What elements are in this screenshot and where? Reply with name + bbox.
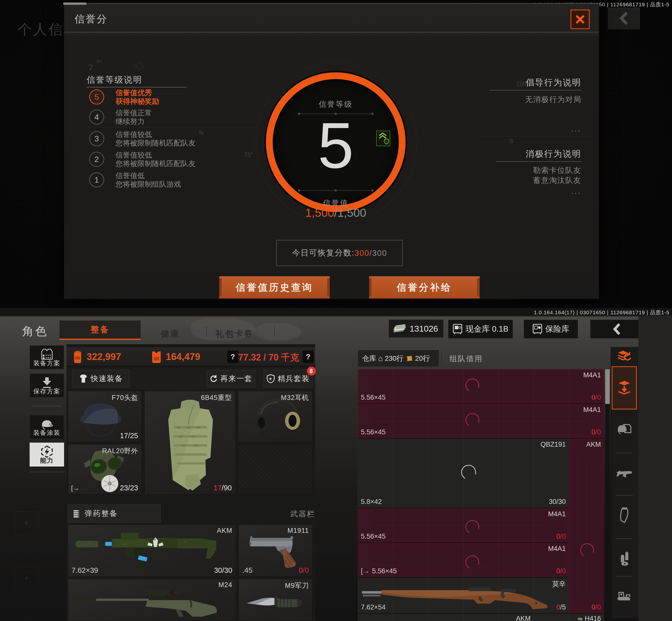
levels-underline: [87, 87, 187, 87]
sidebar-label: 能力: [30, 456, 64, 464]
credit-history-button[interactable]: 信誉值历史查询: [219, 276, 330, 298]
negative-item-2: 蓄意淘汰队友: [481, 175, 581, 185]
credit-score-screen: 1.0.164.164(17) | 03071650 | 11269681719…: [0, 0, 672, 308]
vault-button[interactable]: 保险库: [524, 320, 578, 339]
back-button[interactable]: [608, 7, 640, 29]
tab-health-label: 健康: [161, 329, 180, 338]
sidebar-label: 装备涂装: [30, 428, 64, 437]
warehouse-scrollbar[interactable]: [605, 369, 610, 621]
weight-help-button[interactable]: ?: [303, 350, 314, 363]
sidebar-item-gear-paint[interactable]: 装备涂装: [30, 415, 64, 439]
repeat-set-label: 再来一套: [221, 374, 253, 384]
equip-slot-headset[interactable]: M32耳机: [238, 391, 313, 442]
equip-slot-facecover[interactable]: RAL20野外 [→ 23/23: [68, 444, 142, 494]
item-caliber: 7.62×39: [72, 566, 98, 575]
capacity-help-button[interactable]: ?: [227, 350, 238, 363]
elite-set-button[interactable]: ★ 精兵套装 8: [264, 370, 313, 387]
sidebar-item-equip-plan[interactable]: 装备方案: [30, 345, 64, 369]
item-name: M4A1: [583, 406, 601, 414]
ammo-setup-button[interactable]: 弹药整备: [68, 504, 161, 523]
chevron-left-icon: [612, 323, 622, 335]
rail-sort-refresh-button[interactable]: [612, 348, 637, 364]
shield-star-icon: ★: [267, 374, 275, 383]
level-number-badge: 2: [89, 152, 104, 167]
rifle-icon: [616, 467, 633, 481]
credit-level-2: 2 信誉值较低 您将被限制随机匹配队友: [87, 151, 262, 169]
tab-giftcards-label: 礼包卡券: [216, 329, 254, 338]
loading-arc: [463, 411, 481, 429]
rail-filter-ammo[interactable]: [612, 549, 637, 568]
equip-slot-helmet[interactable]: F70头盔 17/25: [68, 391, 142, 442]
tab-giftcards[interactable]: 礼包卡券: [216, 328, 254, 340]
credit-supply-button[interactable]: 信誉分补给: [369, 276, 480, 298]
cash-bank-button[interactable]: 现金库 0.1B: [448, 320, 513, 339]
level-desc: 继续努力: [116, 117, 145, 127]
scrollbar-thumb[interactable]: [605, 369, 610, 404]
level-number-badge: 1: [89, 172, 104, 188]
level-desc: 您将被限制组队游戏: [116, 179, 181, 190]
ammo-max: /0: [303, 566, 309, 574]
safe-icon: [452, 324, 462, 335]
warehouse-item-mosin[interactable]: 莫辛 7.62×54 0/5: [358, 578, 569, 614]
item-caliber: 5.56×45: [361, 533, 386, 540]
item-name: AKM: [586, 441, 601, 448]
sidebar-item-save-plan[interactable]: 保存方案: [30, 374, 64, 398]
ammo-max: /5: [560, 604, 566, 611]
levels-header: 信誉等级说明: [87, 74, 142, 86]
mag-mini-icon: [578, 617, 583, 621]
warehouse-item-akm-tall[interactable]: AKM 0/0: [569, 439, 604, 614]
item-name: M4A1: [548, 545, 566, 553]
ticket-icon: [406, 356, 413, 362]
equip-slot-armor[interactable]: 6B45重型 17/90: [144, 391, 235, 494]
ammo-max: /0: [595, 394, 601, 401]
weapon-slot-secondary[interactable]: M1911 .45 0/0: [238, 525, 313, 577]
warehouse-tab[interactable]: 仓库 ⌂ 230行 20行: [358, 350, 439, 367]
back-button[interactable]: [590, 320, 643, 339]
level-number-badge: 5: [89, 89, 104, 105]
credit-score-modal: 信誉分 7 RT N 75° S 100° 信誉等级说明 5: [64, 3, 599, 299]
repeat-set-button[interactable]: 再来一套: [207, 370, 255, 387]
svg-text:★: ★: [268, 377, 272, 381]
rail-filter-weapons[interactable]: [612, 465, 637, 482]
item-caliber: 7.62×54: [361, 604, 386, 611]
quick-equip-button[interactable]: 快速装备: [72, 370, 130, 387]
modal-title: 信誉分: [75, 12, 108, 26]
item-name: M9军刀: [285, 581, 309, 590]
character-screen: 1.0.164.164(17) | 03071650 | 11269681719…: [0, 308, 672, 621]
level-desc: 获得神秘奖励: [116, 96, 159, 107]
warehouse-item-akm-partial[interactable]: AKM: [358, 614, 534, 621]
tab-health[interactable]: 健康: [161, 328, 180, 340]
item-name: M4A1: [548, 510, 566, 518]
weapon-slot-melee[interactable]: M9军刀: [238, 579, 313, 621]
warehouse-item-h416-partial[interactable]: H416: [534, 614, 604, 621]
sidebar-item-ability[interactable]: 能力: [30, 443, 64, 466]
item-durability: 17/90: [214, 484, 232, 492]
ammo-icon: [617, 551, 631, 566]
negative-more: ...: [481, 187, 581, 196]
item-name: RAL20野外: [102, 446, 138, 455]
screen: 1.0.164.164(17) | 03071650 | 11269681719…: [0, 0, 672, 621]
team-borrow-tab[interactable]: 组队借用: [449, 354, 483, 364]
vest-capacity: 164,479: [166, 351, 200, 362]
ammo-max: /0: [595, 604, 601, 611]
item-name: M32耳机: [281, 393, 309, 402]
rail-filter-magazines[interactable]: [612, 505, 637, 525]
question-icon: ?: [230, 353, 235, 361]
equip-slot-empty[interactable]: [238, 444, 313, 494]
durability-current: 17: [214, 484, 222, 492]
weapon-slot-tertiary[interactable]: M24: [68, 579, 236, 621]
rail-filter-gear[interactable]: [612, 420, 637, 437]
rail-unload-tab-selected[interactable]: [612, 366, 637, 410]
weapon-slot-primary[interactable]: AKM 7.62×39 30/30: [68, 525, 236, 577]
tab-gear[interactable]: 整备: [59, 321, 141, 340]
close-button[interactable]: [571, 9, 590, 29]
advocate-item: 无消极行为对局: [481, 94, 581, 105]
item-caliber: 5.56×45: [361, 428, 386, 436]
compass-s: S: [509, 138, 513, 145]
vault-label: 保险库: [545, 324, 570, 335]
credit-level-3: 3 信誉值较低 您将被限制随机匹配队友: [87, 131, 262, 148]
credit-level-value: 5: [285, 113, 386, 178]
capacity-stats-bar: 322,997 164,479 ? 77.32 / 70 千克 ?: [66, 347, 315, 366]
rail-filter-optics[interactable]: [612, 588, 637, 603]
ghost-slot: [14, 511, 38, 535]
